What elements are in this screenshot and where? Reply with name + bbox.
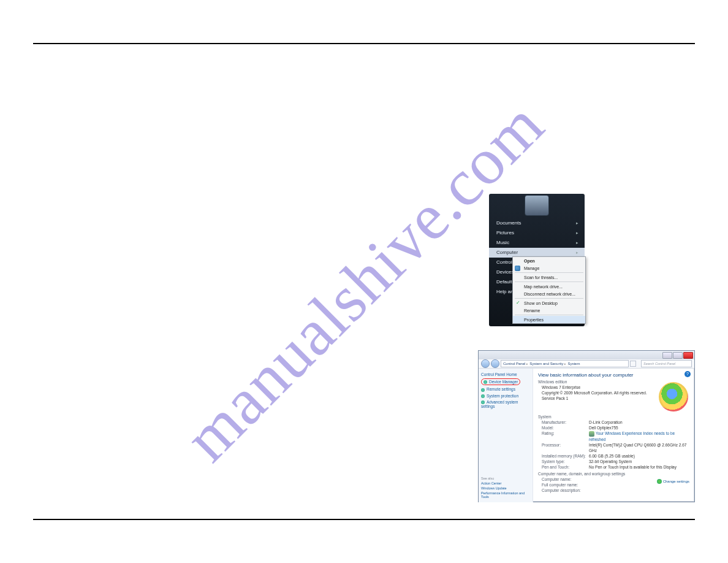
pen-touch-label: Pen and Touch: — [542, 464, 587, 470]
rating-link[interactable]: Your Windows Experience Index needs to b… — [589, 431, 689, 442]
system-protection-link[interactable]: System protection — [481, 394, 530, 398]
refresh-button[interactable] — [630, 361, 636, 367]
windows-logo-icon — [659, 382, 688, 412]
ctx-scan[interactable]: Scan for threats... — [513, 274, 585, 281]
ram-value: 6.00 GB (5.25 GB usable) — [589, 453, 689, 459]
description-value — [589, 488, 689, 493]
full-name-label: Full computer name: — [542, 482, 587, 488]
forward-button[interactable] — [491, 359, 499, 368]
system-window: Control Panel▸ System and Security▸ Syst… — [478, 350, 695, 502]
rating-label: Rating: — [542, 431, 587, 442]
ctx-properties[interactable]: Properties — [513, 316, 585, 323]
ctx-manage[interactable]: Manage — [513, 264, 585, 272]
label: Documents — [496, 220, 521, 227]
start-item-pictures[interactable]: Pictures▸ — [489, 228, 585, 238]
system-heading: System — [538, 415, 689, 419]
system-type-label: System type: — [542, 459, 587, 464]
chevron-right-icon: ▸ — [576, 220, 578, 227]
windows-update-link[interactable]: Windows Update — [481, 486, 530, 490]
processor-value: Intel(R) Core(TM)2 Quad CPU Q6600 @ 2.66… — [589, 442, 689, 453]
separator — [515, 282, 583, 282]
pen-touch-value: No Pen or Touch Input is available for t… — [589, 464, 689, 470]
model-label: Model: — [542, 425, 587, 431]
remote-settings-link[interactable]: Remote settings — [481, 387, 530, 391]
maximize-button[interactable] — [673, 352, 683, 359]
ctx-disconnect-drive[interactable]: Disconnect network drive... — [513, 290, 585, 297]
separator — [515, 298, 583, 299]
change-settings-link[interactable]: Change settings — [657, 479, 689, 484]
see-also: See also Action Center Windows Update Pe… — [481, 473, 530, 499]
label: Music — [496, 239, 509, 247]
minimize-button[interactable] — [662, 352, 672, 359]
control-panel-home-link[interactable]: Control Panel Home — [481, 372, 530, 377]
performance-info-link[interactable]: Performance Information and Tools — [481, 491, 530, 499]
crumb[interactable]: System and Security — [529, 362, 563, 366]
ctx-open[interactable]: Open — [513, 257, 585, 264]
check-icon: ✓ — [516, 300, 520, 305]
chevron-right-icon: ▸ — [576, 249, 578, 256]
system-type-value: 32-bit Operating System — [589, 459, 689, 464]
chevron-right-icon: ▸ — [576, 229, 578, 237]
model-value: Dell Optiplex755 — [589, 425, 689, 431]
cdw-heading: Computer name, domain, and workgroup set… — [538, 472, 689, 476]
ctx-show-desktop[interactable]: ✓Show on Desktop — [513, 299, 585, 307]
label: Show on Desktop — [524, 301, 558, 305]
page-heading: View basic information about your comput… — [538, 372, 689, 378]
separator — [515, 315, 583, 315]
ram-label: Installed memory (RAM): — [542, 453, 587, 459]
computer-context-menu: Open Manage Scan for threats... Map netw… — [512, 256, 586, 324]
start-item-music[interactable]: Music▸ — [489, 238, 585, 248]
top-rule — [33, 43, 695, 44]
crumb[interactable]: Control Panel — [503, 362, 525, 366]
manufacturer-value: D-Link Corporation — [589, 419, 689, 425]
label: Computer — [496, 249, 518, 256]
main-content: ? View basic information about your comp… — [533, 369, 694, 502]
label: Manage — [524, 266, 539, 270]
left-tasks-pane: Control Panel Home Device Manager Remote… — [479, 369, 533, 502]
label: Pictures — [496, 229, 514, 237]
advanced-settings-link[interactable]: Advanced system settings — [481, 400, 530, 408]
separator — [515, 272, 583, 273]
action-center-link[interactable]: Action Center — [481, 481, 530, 485]
address-row: Control Panel▸ System and Security▸ Syst… — [479, 359, 694, 369]
help-icon[interactable]: ? — [684, 371, 691, 377]
shield-icon — [515, 266, 520, 271]
start-item-documents[interactable]: Documents▸ — [489, 218, 585, 228]
back-button[interactable] — [481, 359, 490, 368]
monitor-icon — [589, 431, 594, 437]
breadcrumb-bar[interactable]: Control Panel▸ System and Security▸ Syst… — [501, 360, 629, 367]
titlebar — [479, 351, 694, 359]
bottom-rule — [33, 519, 695, 520]
description-label: Computer description: — [542, 488, 587, 493]
ctx-rename[interactable]: Rename — [513, 307, 585, 314]
computer-name-label: Computer name: — [542, 477, 587, 482]
device-manager-link[interactable]: Device Manager — [481, 378, 520, 385]
search-input[interactable]: Search Control Panel — [641, 360, 692, 367]
ctx-map-drive[interactable]: Map network drive... — [513, 283, 585, 290]
manufacturer-label: Manufacturer: — [542, 419, 587, 425]
chevron-right-icon: ▸ — [576, 239, 578, 247]
user-avatar — [525, 195, 549, 216]
see-also-heading: See also — [481, 477, 494, 480]
crumb[interactable]: System — [567, 362, 580, 366]
close-button[interactable] — [683, 352, 693, 359]
processor-label: Processor: — [542, 442, 587, 453]
rating-text: Your Windows Experience Index needs to b… — [589, 431, 675, 442]
